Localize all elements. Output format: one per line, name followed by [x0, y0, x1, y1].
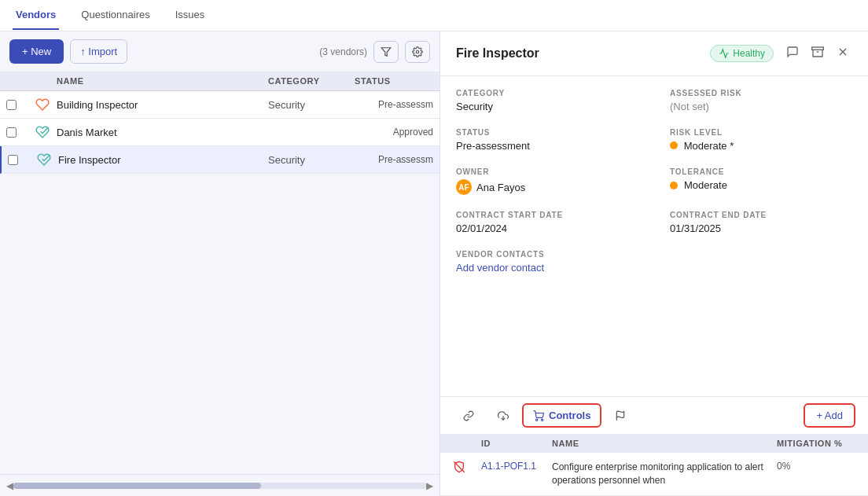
status-column-header: STATUS [355, 76, 433, 86]
assessed-risk-value: (Not set) [670, 101, 852, 112]
archive-button[interactable] [808, 42, 827, 64]
row-checkbox[interactable] [6, 127, 17, 138]
category-label: CATEGORY [456, 89, 638, 97]
control-id: A1.1-POF1.1 [481, 461, 552, 472]
import-button[interactable]: ↑ Import [70, 39, 127, 64]
vendor-name: Building Inspector [57, 99, 268, 111]
svg-marker-0 [381, 47, 391, 56]
vendor-category: Security [268, 99, 355, 111]
vendor-status: Pre-assessm [355, 99, 433, 110]
control-mitigation: 0% [777, 461, 855, 472]
add-button[interactable]: + Add [804, 403, 855, 428]
table-header: NAME CATEGORY STATUS [0, 72, 440, 91]
tolerance-field: TOLERANCE Moderate [670, 167, 852, 195]
category-field: CATEGORY Security [456, 89, 638, 112]
top-navigation: Vendors Questionnaires Issues [0, 0, 868, 31]
vendor-detail-panel: Fire Inspector Healthy [440, 31, 868, 496]
controls-tab[interactable]: Controls [522, 403, 601, 428]
controls-table: ID NAME MITIGATION % A1.1-POF1.1 Configu… [440, 434, 868, 496]
id-column-header: ID [481, 439, 552, 448]
add-vendor-contact-link[interactable]: Add vendor contact [456, 262, 852, 274]
left-toolbar: + New ↑ Import (3 vendors) [0, 31, 440, 72]
comment-button[interactable] [783, 42, 802, 64]
contract-end-label: CONTRACT END DATE [670, 211, 852, 219]
table-row[interactable]: Danis Market Approved [0, 119, 440, 146]
risk-dot [670, 141, 678, 149]
svg-point-1 [416, 50, 419, 53]
vendor-contacts-field: VENDOR CONTACTS Add vendor contact [456, 250, 852, 274]
avatar: AF [456, 179, 472, 195]
vendor-list-panel: + New ↑ Import (3 vendors) NAME CATEGORY… [0, 31, 440, 496]
risk-level-label: RISK LEVEL [670, 128, 852, 137]
control-name: Configure enterprise monitoring applicat… [552, 461, 777, 487]
scroll-left-button[interactable]: ◀ [6, 480, 13, 491]
contract-start-value: 02/01/2024 [456, 222, 638, 234]
vendor-table: NAME CATEGORY STATUS Building Inspector … [0, 72, 440, 474]
vendor-status: Pre-assessm [355, 154, 433, 165]
category-value: Security [456, 101, 638, 112]
svg-rect-2 [812, 47, 824, 50]
control-row[interactable]: A1.1-POF1.1 Configure enterprise monitor… [440, 453, 868, 496]
detail-header: Fire Inspector Healthy [440, 31, 868, 76]
assessed-risk-label: ASSESSED RISK [670, 89, 852, 97]
owner-field: OWNER AF Ana Fayos [456, 167, 638, 195]
vendor-category: Security [268, 154, 355, 166]
status-label: STATUS [456, 128, 638, 137]
risk-level-value: Moderate * [670, 140, 852, 152]
table-row[interactable]: Building Inspector Security Pre-assessm [0, 91, 440, 119]
row-checkbox[interactable] [6, 100, 17, 110]
horizontal-scrollbar[interactable]: ◀ ▶ [0, 474, 440, 496]
owner-value: AF Ana Fayos [456, 179, 638, 195]
contract-start-label: CONTRACT START DATE [456, 211, 638, 219]
controls-tab-label: Controls [549, 410, 590, 421]
status-value: Pre-assessment [456, 140, 638, 152]
scroll-thumb[interactable] [13, 483, 261, 489]
contract-end-value: 01/31/2025 [670, 222, 852, 234]
contract-end-field: CONTRACT END DATE 01/31/2025 [670, 211, 852, 234]
header-actions [783, 42, 852, 64]
category-column-header: CATEGORY [268, 76, 355, 86]
tolerance-dot [670, 182, 678, 189]
vendor-name: Fire Inspector [58, 154, 268, 166]
assessed-risk-field: ASSESSED RISK (Not set) [670, 89, 852, 112]
vendor-count: (3 vendors) [319, 46, 367, 57]
health-label: Healthy [733, 48, 765, 59]
scroll-track[interactable] [13, 483, 426, 489]
table-row[interactable]: Fire Inspector Security Pre-assessm [0, 146, 440, 174]
risk-level-field: RISK LEVEL Moderate * [670, 128, 852, 152]
vendor-contacts-label: VENDOR CONTACTS [456, 250, 852, 259]
owner-label: OWNER [456, 167, 638, 176]
tolerance-label: TOLERANCE [670, 167, 852, 176]
vendor-status: Approved [355, 127, 433, 138]
name-column-header: NAME [552, 439, 777, 448]
vendor-name: Danis Market [57, 127, 268, 138]
status-field: STATUS Pre-assessment [456, 128, 638, 152]
detail-body: CATEGORY Security ASSESSED RISK (Not set… [440, 76, 868, 396]
mitigation-column-header: MITIGATION % [777, 439, 855, 448]
health-badge: Healthy [710, 45, 774, 62]
contract-start-field: CONTRACT START DATE 02/01/2024 [456, 211, 638, 234]
name-column-header: NAME [57, 76, 268, 86]
settings-button[interactable] [405, 41, 430, 63]
svg-point-8 [542, 419, 543, 421]
tab-issues[interactable]: Issues [172, 1, 208, 30]
tab-questionnaires[interactable]: Questionnaires [78, 1, 153, 30]
link-tab[interactable] [453, 405, 484, 427]
control-tabs-bar: Controls + Add [440, 397, 868, 434]
flag-tab[interactable] [605, 405, 636, 427]
tab-vendors[interactable]: Vendors [13, 1, 59, 30]
panel-title: Fire Inspector [456, 46, 710, 61]
cloud-tab[interactable] [487, 405, 519, 427]
row-checkbox[interactable] [8, 155, 18, 165]
filter-button[interactable] [373, 41, 399, 63]
tolerance-value: Moderate [670, 179, 852, 191]
bottom-panel: Controls + Add ID NAME MITIGATION % [440, 396, 868, 496]
controls-table-header: ID NAME MITIGATION % [440, 434, 868, 453]
svg-point-7 [536, 419, 538, 421]
scroll-right-button[interactable]: ▶ [426, 480, 433, 491]
new-button[interactable]: + New [9, 39, 64, 64]
close-button[interactable] [833, 42, 852, 64]
shield-off-icon [453, 461, 481, 476]
